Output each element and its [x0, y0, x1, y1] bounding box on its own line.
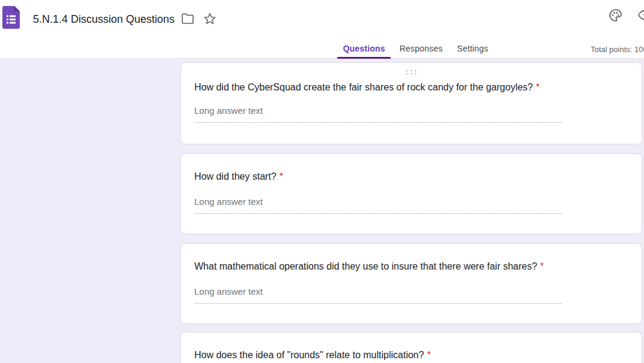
question-title[interactable]: How did the CyberSquad create the fair s…	[194, 81, 628, 94]
move-to-folder-button[interactable]	[180, 13, 195, 25]
tab-responses[interactable]: Responses	[392, 38, 450, 59]
long-answer-field: Long answer text	[194, 286, 562, 304]
total-points-label: Total points: 100	[591, 45, 644, 54]
required-asterisk: *	[276, 171, 283, 182]
question-title[interactable]: How does the idea of "rounds" relate to …	[194, 349, 628, 362]
form-title[interactable]: 5.N.1.4 Discussion Questions	[33, 12, 174, 26]
answer-placeholder: Long answer text	[194, 196, 562, 208]
question-card[interactable]: How did the CyberSquad create the fair s…	[180, 62, 642, 144]
answer-placeholder: Long answer text	[194, 105, 562, 117]
active-tab-underline	[337, 57, 391, 59]
star-icon	[203, 11, 217, 26]
forms-editor-app: 5.N.1.4 Discussion Questions	[0, 0, 644, 363]
question-title-text: How did they start?	[194, 171, 276, 182]
eye-icon	[638, 8, 644, 22]
tab-responses-label: Responses	[399, 44, 443, 53]
answer-underline	[194, 122, 562, 123]
long-answer-field: Long answer text	[194, 196, 562, 214]
required-asterisk: *	[424, 350, 431, 360]
answer-underline	[194, 303, 562, 304]
tab-bar: Questions Responses Settings	[336, 38, 495, 59]
question-title-text: How does the idea of "rounds" relate to …	[194, 350, 424, 360]
question-title[interactable]: What mathematical operations did they us…	[194, 260, 628, 273]
folder-icon	[181, 13, 194, 25]
drag-handle-icon[interactable]	[405, 68, 418, 76]
long-answer-field: Long answer text	[194, 105, 562, 123]
question-card[interactable]: What mathematical operations did they us…	[180, 243, 642, 324]
question-title-text: What mathematical operations did they us…	[194, 261, 537, 271]
palette-icon	[608, 8, 623, 23]
tab-questions-label: Questions	[343, 44, 385, 53]
customize-theme-button[interactable]	[607, 7, 624, 23]
tab-settings[interactable]: Settings	[450, 38, 495, 59]
answer-underline	[194, 213, 562, 214]
answer-placeholder: Long answer text	[194, 286, 562, 298]
required-asterisk: *	[533, 82, 540, 92]
question-card[interactable]: How does the idea of "rounds" relate to …	[180, 332, 642, 363]
forms-logo-icon[interactable]	[2, 6, 20, 29]
tab-questions[interactable]: Questions	[336, 38, 392, 59]
star-button[interactable]	[202, 11, 218, 26]
question-card[interactable]: How did they start?* Long answer text	[180, 153, 642, 234]
tab-settings-label: Settings	[457, 44, 488, 53]
question-title[interactable]: How did they start?*	[194, 170, 628, 183]
top-bar: 5.N.1.4 Discussion Questions	[0, 0, 644, 59]
required-asterisk: *	[537, 261, 544, 271]
preview-button[interactable]	[638, 8, 644, 22]
question-title-text: How did the CyberSquad create the fair s…	[194, 82, 533, 92]
